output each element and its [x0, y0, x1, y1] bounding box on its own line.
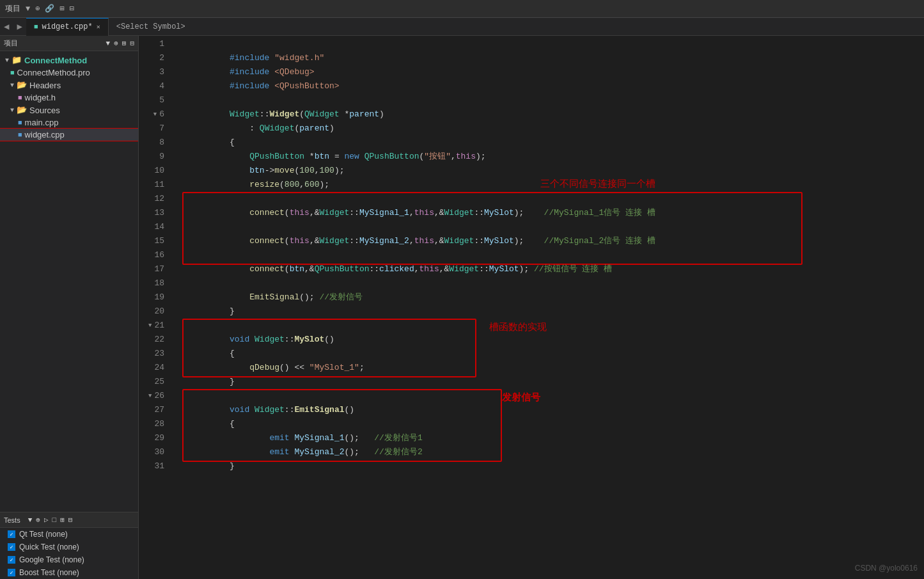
ln-25: 25	[144, 375, 164, 389]
tree-sources-folder[interactable]: ▼ 📂 Sources	[0, 104, 138, 116]
code-line-2: #include <QDebug>	[180, 51, 924, 65]
code-line-6: : QWidget(parent)	[180, 107, 924, 122]
code-line-1: #include "widget.h"	[180, 37, 924, 51]
ln-10: 10	[144, 164, 164, 178]
code-line-7: {	[180, 122, 924, 136]
code-line-18: EmitSignal(); //发射信号	[180, 276, 924, 290]
code-lines: 三个不同信号连接同一个槽 槽函数的实现 发射信号 #inc	[169, 36, 924, 579]
code-line-19: }	[180, 290, 924, 305]
toolbar-icon-grid[interactable]: ⊞	[59, 4, 64, 13]
ln-6: ▼6	[144, 107, 164, 122]
ln-19: 19	[144, 290, 164, 305]
toolbar-icon-collapse[interactable]: ⊟	[70, 4, 74, 13]
code-line-16: connect(btn,&QPushButton::clicked,this,&…	[180, 248, 924, 262]
toolbar-icon-link[interactable]: 🔗	[45, 4, 54, 13]
tree-widget-h[interactable]: ■ widget.h	[0, 91, 138, 104]
project-label: 项目	[5, 3, 20, 14]
tree-headers-folder[interactable]: ▼ 📂 Headers	[0, 79, 138, 91]
tab-file-icon: ■	[34, 23, 38, 31]
sources-label: Sources	[29, 106, 60, 115]
ln-1: 1	[144, 37, 164, 51]
tab-file-label: widget.cpp*	[42, 22, 92, 31]
tree-main-cpp[interactable]: ■ main.cpp	[0, 116, 138, 129]
tab-close-icon[interactable]: ✕	[97, 23, 100, 31]
ln-28: 28	[144, 417, 164, 431]
ln-23: 23	[144, 347, 164, 361]
test-checkbox-1[interactable]: ✓	[8, 543, 15, 551]
nav-forward-icon[interactable]: ▶	[13, 21, 26, 32]
widget-cpp-icon: ■	[18, 131, 22, 139]
ln-21: ▼21	[144, 319, 164, 333]
test-item-1[interactable]: ✓ Quick Test (none)	[0, 541, 138, 553]
tests-collapse-icon[interactable]: ⊟	[68, 516, 73, 524]
watermark: CSDN @yolo0616	[855, 564, 918, 573]
ln-17: 17	[144, 262, 164, 276]
main-cpp-label: main.cpp	[25, 118, 59, 127]
code-line-22: {	[180, 333, 924, 347]
root-arrow-icon: ▼	[5, 57, 9, 64]
code-line-20	[180, 305, 924, 319]
code-line-28: emit MySignal_1(); //发射信号1	[180, 417, 924, 431]
tests-filter-icon[interactable]: ▼	[28, 516, 33, 524]
ln-22: 22	[144, 333, 164, 347]
code-line-4	[180, 79, 924, 93]
toolbar-icon-filter2[interactable]: ⊕	[35, 4, 40, 13]
test-item-3[interactable]: ✓ Boost Test (none)	[0, 566, 138, 579]
headers-folder-icon: 📂	[17, 80, 27, 90]
headers-arrow-icon: ▼	[10, 82, 14, 89]
code-line-30: }	[180, 445, 924, 459]
ln-7: 7	[144, 122, 164, 136]
sidebar-project-label: 项目	[4, 38, 18, 48]
ln-8: 8	[144, 136, 164, 150]
widget-h-label: widget.h	[25, 93, 56, 102]
root-label: ConnectMethod	[24, 56, 87, 65]
sidebar-add-icon[interactable]: ⊕	[114, 39, 118, 47]
tab-widget-cpp[interactable]: ■ widget.cpp* ✕	[26, 18, 109, 36]
code-line-25	[180, 375, 924, 389]
ln-4: 4	[144, 79, 164, 93]
code-line-21: void Widget::MySlot()	[180, 319, 924, 333]
sidebar-filter-icon[interactable]: ▼	[106, 40, 111, 47]
code-line-23: qDebug() << "MySlot_1";	[180, 347, 924, 361]
tests-stop-icon[interactable]: □	[52, 516, 57, 524]
toolbar-icon-filter[interactable]: ▼	[26, 4, 30, 13]
sidebar-collapse-icon[interactable]: ⊟	[130, 39, 134, 47]
test-checkbox-2[interactable]: ✓	[8, 556, 15, 564]
code-line-17	[180, 262, 924, 276]
widget-cpp-label: widget.cpp	[25, 130, 65, 139]
code-line-11	[180, 178, 924, 192]
tests-add-icon[interactable]: ⊕	[36, 516, 40, 524]
code-line-8: QPushButton *btn = new QPushButton("按钮",…	[180, 136, 924, 150]
ln-20: 20	[144, 305, 164, 319]
code-line-13	[180, 206, 924, 220]
tests-play-icon[interactable]: ▷	[44, 516, 49, 524]
code-line-24: }	[180, 361, 924, 375]
code-line-29: emit MySignal_2(); //发射信号2	[180, 431, 924, 445]
test-item-0[interactable]: ✓ Qt Test (none)	[0, 528, 138, 541]
test-checkbox-0[interactable]: ✓	[8, 530, 15, 538]
nav-back-icon[interactable]: ◀	[0, 21, 13, 32]
sidebar-toolbar: 项目 ▼ ⊕ ⊞ ⊟	[0, 36, 138, 51]
test-label-0: Qt Test (none)	[19, 530, 68, 539]
sources-arrow-icon: ▼	[10, 107, 14, 114]
tree-root[interactable]: ▼ 📁 ConnectMethod	[0, 54, 138, 67]
ln-12: 12	[144, 192, 164, 206]
tree-widget-cpp[interactable]: ■ widget.cpp	[0, 129, 138, 141]
ln-2: 2	[144, 51, 164, 65]
editor-area[interactable]: 1 2 3 4 5 ▼6 7 8 9 10 11 12 13 14 15 16 …	[139, 36, 924, 579]
ln-3: 3	[144, 65, 164, 79]
ln-9: 9	[144, 150, 164, 164]
tree-pro-file[interactable]: ■ ConnectMethod.pro	[0, 67, 138, 79]
code-line-12: connect(this,&Widget::MySignal_1,this,&W…	[180, 192, 924, 206]
test-item-2[interactable]: ✓ Google Test (none)	[0, 553, 138, 566]
ln-18: 18	[144, 276, 164, 290]
test-checkbox-3[interactable]: ✓	[8, 569, 15, 576]
tests-grid-icon[interactable]: ⊞	[60, 516, 65, 524]
root-folder-icon: 📁	[12, 55, 22, 65]
code-line-15	[180, 234, 924, 248]
ln-31: 31	[144, 459, 164, 473]
sidebar-grid-icon[interactable]: ⊞	[122, 39, 127, 47]
ln-11: 11	[144, 178, 164, 192]
code-line-14: connect(this,&Widget::MySignal_2,this,&W…	[180, 220, 924, 234]
tab-symbol-placeholder[interactable]: <Select Symbol>	[109, 22, 193, 31]
